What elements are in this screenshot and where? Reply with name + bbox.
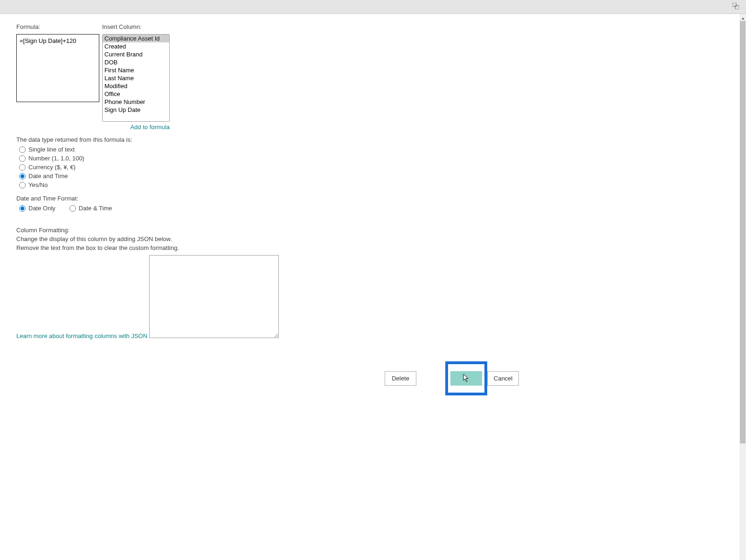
button-bar: Delete OK Cancel: [385, 361, 519, 395]
cursor-icon: [463, 373, 470, 384]
svg-rect-0: [732, 3, 736, 7]
list-item[interactable]: Modified: [103, 82, 169, 90]
radio-yes-no-label[interactable]: Yes/No: [28, 181, 48, 188]
scroll-up-icon[interactable]: ▴: [739, 14, 746, 21]
list-item[interactable]: DOB: [103, 58, 169, 66]
radio-single-line-label[interactable]: Single line of text: [28, 146, 75, 153]
radio-number[interactable]: [19, 155, 26, 162]
date-format-label: Date and Time Format:: [16, 195, 730, 202]
radio-number-label[interactable]: Number (1, 1.0, 100): [28, 155, 84, 162]
formula-label: Formula:: [16, 23, 99, 30]
list-item[interactable]: Office: [103, 90, 169, 98]
list-item[interactable]: Created: [103, 42, 169, 50]
ok-button[interactable]: OK: [450, 371, 482, 386]
formula-input[interactable]: [16, 34, 99, 102]
list-item[interactable]: Current Brand: [103, 50, 169, 58]
insert-column-label: Insert Column:: [102, 23, 170, 30]
json-learn-more-link[interactable]: Learn more about formatting columns with…: [16, 332, 147, 339]
column-formatting-desc2: Remove the text from the box to clear th…: [16, 244, 730, 251]
date-format-radio-group: Date Only Date & Time: [19, 204, 730, 213]
list-item[interactable]: Phone Number: [103, 98, 169, 106]
list-item[interactable]: Sign Up Date: [103, 106, 169, 114]
content-area: Formula: Insert Column: Compliance Asset…: [0, 14, 746, 349]
radio-date-and-time-label[interactable]: Date & Time: [79, 205, 112, 212]
radio-date-only-label[interactable]: Date Only: [28, 205, 55, 212]
radio-currency-label[interactable]: Currency ($, ¥, €): [28, 164, 76, 171]
data-type-radio-group: Single line of text Number (1, 1.0, 100)…: [19, 145, 730, 189]
add-to-formula-link[interactable]: Add to formula: [102, 124, 170, 131]
radio-single-line[interactable]: [19, 146, 26, 153]
radio-date-and-time[interactable]: [69, 205, 76, 212]
radio-date-time[interactable]: [19, 173, 26, 180]
delete-button[interactable]: Delete: [385, 371, 416, 386]
radio-date-only[interactable]: [19, 205, 26, 212]
list-item[interactable]: Compliance Asset Id: [103, 35, 169, 42]
column-listbox[interactable]: Compliance Asset Id Created Current Bran…: [102, 34, 170, 122]
top-bar: [0, 0, 746, 14]
list-item[interactable]: Last Name: [103, 74, 169, 82]
json-formatting-input[interactable]: [149, 255, 279, 338]
radio-currency[interactable]: [19, 164, 26, 171]
radio-date-time-label[interactable]: Date and Time: [28, 173, 68, 180]
data-type-label: The data type returned from this formula…: [16, 136, 730, 143]
expand-icon[interactable]: [732, 3, 739, 9]
column-formatting-label: Column Formatting:: [16, 227, 730, 234]
svg-rect-1: [735, 6, 739, 9]
page-scrollbar[interactable]: ▴: [739, 14, 746, 560]
column-formatting-desc1: Change the display of this column by add…: [16, 235, 730, 242]
cancel-button[interactable]: Cancel: [487, 371, 519, 386]
radio-yes-no[interactable]: [19, 182, 26, 188]
scroll-thumb[interactable]: [740, 21, 746, 443]
list-item[interactable]: First Name: [103, 66, 169, 74]
ok-highlight-box: OK: [445, 361, 487, 395]
